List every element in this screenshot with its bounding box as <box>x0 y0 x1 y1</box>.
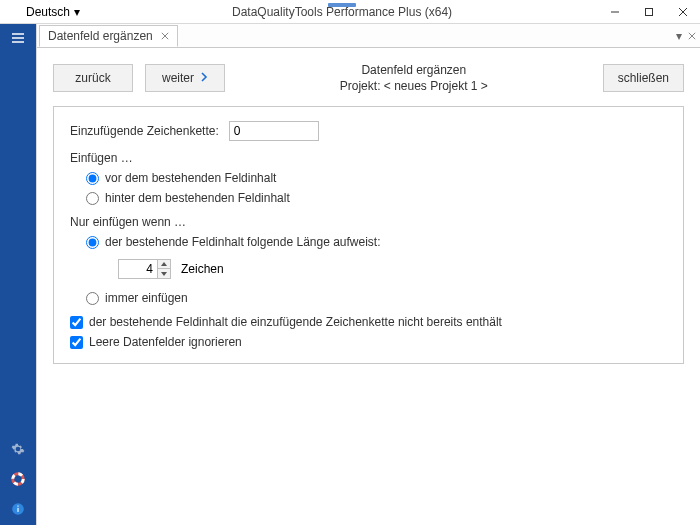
window-title: DataQualityTools Performance Plus (x64) <box>86 5 598 19</box>
insert-before-option[interactable]: vor dem bestehenden Feldinhalt <box>86 171 667 185</box>
insert-section-head: Einfügen … <box>70 151 667 165</box>
svg-point-6 <box>15 476 20 481</box>
project-label: Projekt: < neues Projekt 1 > <box>340 78 488 94</box>
close-window-button[interactable] <box>666 0 700 24</box>
close-tab-icon[interactable] <box>161 29 169 43</box>
only-insert-group: der bestehende Feldinhalt folgende Länge… <box>70 235 667 305</box>
ignore-empty-label: Leere Datenfelder ignorieren <box>89 335 242 349</box>
length-condition-label: der bestehende Feldinhalt folgende Länge… <box>105 235 381 249</box>
length-unit-label: Zeichen <box>181 262 224 276</box>
language-label: Deutsch <box>26 5 70 19</box>
tab-overflow-icon[interactable]: ▾ <box>676 29 682 43</box>
only-section-head: Nur einfügen wenn … <box>70 215 667 229</box>
always-insert-option[interactable]: immer einfügen <box>86 291 667 305</box>
spinner-up-button[interactable] <box>157 259 171 269</box>
insert-before-label: vor dem bestehenden Feldinhalt <box>105 171 276 185</box>
help-ring-icon[interactable] <box>10 471 26 487</box>
tab-label: Datenfeld ergänzen <box>48 29 153 43</box>
insert-after-radio[interactable] <box>86 192 99 205</box>
title-bar: Deutsch ▾ DataQualityTools Performance P… <box>0 0 700 24</box>
not-contains-label: der bestehende Feldinhalt die einzufügen… <box>89 315 502 329</box>
spinner-down-button[interactable] <box>157 269 171 279</box>
length-condition-option[interactable]: der bestehende Feldinhalt folgende Länge… <box>86 235 667 249</box>
form-box: Einzufügende Zeichenkette: Einfügen … vo… <box>53 106 684 364</box>
language-selector[interactable]: Deutsch ▾ <box>0 0 86 23</box>
ignore-empty-check[interactable] <box>70 336 83 349</box>
back-label: zurück <box>75 71 110 85</box>
length-input[interactable] <box>118 259 158 279</box>
insert-position-group: vor dem bestehenden Feldinhalt hinter de… <box>70 171 667 205</box>
insert-string-label: Einzufügende Zeichenkette: <box>70 124 219 138</box>
not-contains-option[interactable]: der bestehende Feldinhalt die einzufügen… <box>70 315 667 329</box>
close-label: schließen <box>618 71 669 85</box>
length-condition-radio[interactable] <box>86 236 99 249</box>
hamburger-icon[interactable] <box>10 30 26 46</box>
gear-icon[interactable] <box>10 441 26 457</box>
next-button[interactable]: weiter <box>145 64 225 92</box>
back-button[interactable]: zurück <box>53 64 133 92</box>
title-block: Datenfeld ergänzen Projekt: < neues Proj… <box>340 62 488 94</box>
not-contains-check[interactable] <box>70 316 83 329</box>
chevron-right-icon <box>200 71 208 85</box>
minimize-button[interactable] <box>598 0 632 24</box>
page-title: Datenfeld ergänzen <box>340 62 488 78</box>
tab-strip: Datenfeld ergänzen ▾ <box>37 24 700 48</box>
insert-after-option[interactable]: hinter dem bestehenden Feldinhalt <box>86 191 667 205</box>
toolbar: zurück weiter Datenfeld ergänzen Projekt… <box>53 62 684 94</box>
insert-after-label: hinter dem bestehenden Feldinhalt <box>105 191 290 205</box>
next-label: weiter <box>162 71 194 85</box>
close-button[interactable]: schließen <box>603 64 684 92</box>
always-insert-radio[interactable] <box>86 292 99 305</box>
tab-datenfeld[interactable]: Datenfeld ergänzen <box>39 25 178 47</box>
svg-rect-8 <box>17 508 18 512</box>
ignore-empty-option[interactable]: Leere Datenfelder ignorieren <box>70 335 667 349</box>
chevron-down-icon: ▾ <box>74 5 80 19</box>
info-icon[interactable] <box>10 501 26 517</box>
always-insert-label: immer einfügen <box>105 291 188 305</box>
window-title-text: DataQualityTools Performance Plus (x64) <box>232 5 452 19</box>
svg-rect-1 <box>646 8 653 15</box>
insert-before-radio[interactable] <box>86 172 99 185</box>
accent-mark <box>328 3 356 7</box>
insert-string-input[interactable] <box>229 121 319 141</box>
length-spinner <box>118 259 171 279</box>
sidebar <box>0 24 36 525</box>
svg-rect-9 <box>17 506 18 507</box>
tab-strip-close-icon[interactable] <box>688 29 696 43</box>
maximize-button[interactable] <box>632 0 666 24</box>
window-buttons <box>598 0 700 24</box>
flag-de-icon <box>6 6 22 17</box>
